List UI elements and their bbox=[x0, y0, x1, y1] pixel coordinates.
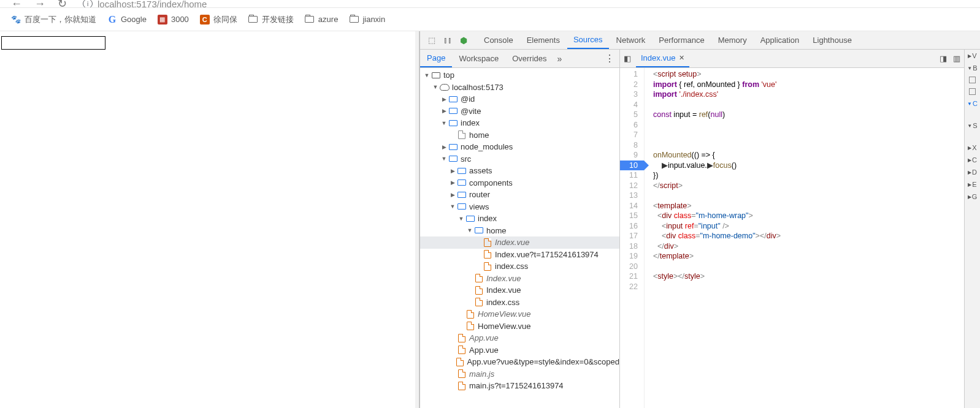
line-number[interactable]: 6 bbox=[620, 120, 638, 130]
tree-item[interactable]: ▼views bbox=[420, 201, 619, 213]
tree-item[interactable]: ▼index bbox=[420, 117, 619, 129]
line-number[interactable]: 4 bbox=[620, 100, 638, 110]
tree-item[interactable]: HomeView.vue bbox=[420, 320, 619, 333]
line-number[interactable]: 2 bbox=[620, 80, 638, 90]
line-number[interactable]: 15 bbox=[620, 211, 638, 221]
disclosure-icon[interactable]: ▼ bbox=[467, 227, 473, 233]
line-number[interactable]: 21 bbox=[620, 271, 638, 282]
reload-icon[interactable]: ↻ bbox=[58, 0, 67, 8]
tree-item[interactable]: ▼home bbox=[420, 225, 619, 237]
sidebar-section[interactable]: ▶V bbox=[968, 52, 976, 59]
line-number[interactable]: 19 bbox=[620, 251, 638, 262]
tree-item[interactable]: ▶components bbox=[420, 177, 619, 189]
disclosure-icon[interactable]: ▼ bbox=[424, 72, 430, 78]
line-number[interactable]: 14 bbox=[620, 201, 638, 211]
tree-item[interactable]: ▼localhost:5173 bbox=[420, 81, 619, 94]
code-line[interactable]: <style></style> bbox=[653, 271, 964, 282]
tree-item[interactable]: App.vue bbox=[420, 332, 619, 344]
code-line[interactable] bbox=[653, 191, 964, 201]
disclosure-icon[interactable]: ▼ bbox=[458, 216, 464, 222]
sources-tab-overrides[interactable]: Overrides bbox=[505, 50, 553, 67]
code-line[interactable]: onMounted(() => { bbox=[653, 150, 964, 161]
code-line[interactable]: </div> bbox=[653, 241, 964, 252]
bookmark-item[interactable]: 开发链接 bbox=[248, 14, 294, 25]
code-line[interactable] bbox=[653, 140, 964, 151]
tab-lighthouse[interactable]: Lighthouse bbox=[806, 31, 858, 49]
code-line[interactable]: ▶input.value.▶focus() bbox=[653, 161, 964, 171]
close-icon[interactable]: ✕ bbox=[679, 54, 684, 62]
tree-item[interactable]: ▶@id bbox=[420, 93, 619, 105]
forward-icon[interactable]: → bbox=[34, 0, 45, 8]
tree-item[interactable]: Index.vue bbox=[420, 273, 619, 285]
tab-application[interactable]: Application bbox=[754, 31, 806, 49]
more-tabs-icon[interactable]: » bbox=[557, 54, 562, 64]
vue-devtools-icon[interactable]: ⬢ bbox=[457, 36, 470, 45]
line-number[interactable]: 3 bbox=[620, 89, 638, 100]
tab-console[interactable]: Console bbox=[478, 31, 519, 49]
code-line[interactable]: }) bbox=[653, 170, 964, 181]
tree-item[interactable]: Index.vue?t=1715241613974 bbox=[420, 249, 619, 261]
tab-network[interactable]: Network bbox=[610, 31, 652, 49]
tree-item[interactable]: ▼src bbox=[420, 153, 619, 165]
code-line[interactable] bbox=[653, 120, 964, 130]
disclosure-icon[interactable]: ▼ bbox=[441, 120, 447, 126]
debugger-sidebar[interactable]: ▶V ▼B ▼C ▼S ▶X▶C▶D▶E▶G bbox=[964, 50, 980, 408]
tree-item[interactable]: HomeView.vue bbox=[420, 308, 619, 320]
tab-sources[interactable]: Sources bbox=[567, 31, 609, 49]
tree-item[interactable]: App.vue bbox=[420, 344, 619, 357]
line-number[interactable]: 9 bbox=[620, 150, 638, 161]
file-tree[interactable]: ▼top▼localhost:5173▶@id▶@vite▼indexhome▶… bbox=[420, 68, 619, 408]
code-line[interactable]: </template> bbox=[653, 251, 964, 262]
tree-item[interactable]: main.js?t=1715241613974 bbox=[420, 380, 619, 392]
code-line[interactable]: </script> bbox=[653, 181, 964, 191]
disclosure-icon[interactable]: ▶ bbox=[450, 179, 456, 186]
tab-elements[interactable]: Elements bbox=[521, 31, 566, 49]
line-number[interactable]: 12 bbox=[620, 181, 638, 191]
line-number[interactable]: 7 bbox=[620, 130, 638, 140]
code-line[interactable] bbox=[653, 262, 964, 272]
sidebar-section[interactable]: ▶X bbox=[968, 144, 976, 151]
bookmark-item[interactable]: 🐾百度一下，你就知道 bbox=[11, 14, 96, 25]
kebab-menu-icon[interactable]: ⋮ bbox=[605, 53, 614, 64]
line-number[interactable]: 10 bbox=[620, 161, 644, 171]
bookmark-item[interactable]: jianxin bbox=[349, 15, 385, 25]
tree-item[interactable]: Index.vue bbox=[420, 284, 619, 297]
code-line[interactable]: <div class="m-home-wrap"> bbox=[653, 211, 964, 221]
site-info-icon[interactable]: i bbox=[83, 0, 93, 8]
sources-tab-page[interactable]: Page bbox=[420, 50, 452, 67]
home-input[interactable] bbox=[1, 36, 105, 50]
device-icon[interactable]: ⫿⫿ bbox=[441, 36, 454, 45]
disclosure-icon[interactable]: ▶ bbox=[441, 96, 447, 102]
tree-item[interactable]: ▶@vite bbox=[420, 105, 619, 118]
bookmark-item[interactable]: C徐同保 bbox=[200, 14, 237, 25]
toggle-split-icon[interactable]: ▥ bbox=[953, 54, 960, 63]
line-number[interactable]: 16 bbox=[620, 221, 638, 232]
code-line[interactable] bbox=[653, 100, 964, 110]
line-number[interactable]: 1 bbox=[620, 69, 638, 80]
line-number[interactable]: 22 bbox=[620, 282, 638, 292]
tree-item[interactable]: home bbox=[420, 129, 619, 142]
code-line[interactable]: const input = ref(null) bbox=[653, 110, 964, 120]
disclosure-icon[interactable]: ▼ bbox=[441, 156, 447, 162]
line-number[interactable]: 18 bbox=[620, 241, 638, 252]
code-line[interactable]: <template> bbox=[653, 201, 964, 211]
sidebar-section[interactable]: ▶G bbox=[968, 193, 978, 200]
line-number[interactable]: 20 bbox=[620, 262, 638, 272]
line-number[interactable]: 5 bbox=[620, 110, 638, 120]
line-number[interactable]: 17 bbox=[620, 231, 638, 241]
line-number[interactable]: 8 bbox=[620, 140, 638, 151]
tree-item[interactable]: ▼index bbox=[420, 213, 619, 225]
code-line[interactable]: import { ref, onMounted } from 'vue' bbox=[653, 80, 964, 90]
toggle-sidebar-icon[interactable]: ◨ bbox=[940, 54, 947, 63]
tree-item[interactable]: ▶assets bbox=[420, 165, 619, 177]
code-line[interactable]: <script setup> bbox=[653, 69, 964, 80]
bookmark-item[interactable]: ▦3000 bbox=[158, 15, 189, 25]
tree-item[interactable]: index.css bbox=[420, 260, 619, 273]
sources-tab-workspace[interactable]: Workspace bbox=[452, 50, 505, 67]
tree-item[interactable]: index.css bbox=[420, 297, 619, 309]
sidebar-section[interactable]: ▼B bbox=[967, 64, 977, 72]
tab-memory[interactable]: Memory bbox=[712, 31, 753, 49]
sidebar-section[interactable]: ▼C bbox=[967, 100, 978, 107]
sidebar-section[interactable]: ▶E bbox=[968, 181, 976, 188]
tree-item[interactable]: Index.vue bbox=[420, 236, 619, 249]
